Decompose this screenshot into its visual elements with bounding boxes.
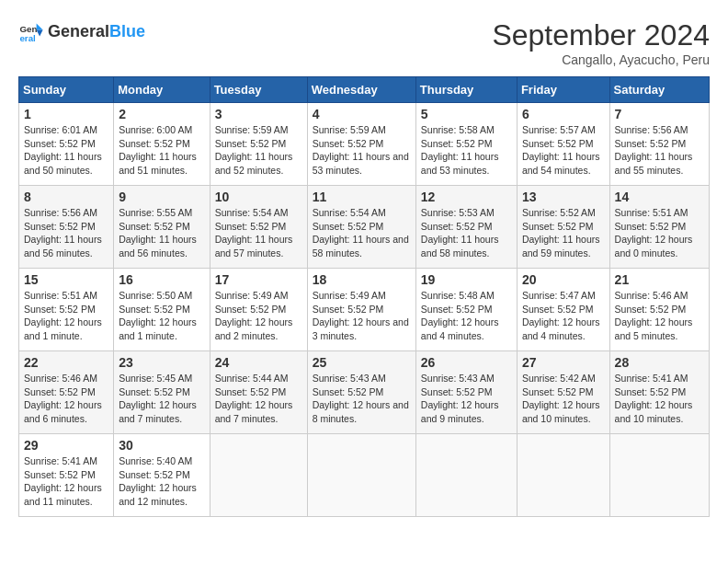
calendar-cell: 6Sunrise: 5:57 AMSunset: 5:52 PMDaylight… <box>517 103 609 186</box>
day-number: 14 <box>615 190 704 204</box>
day-number: 5 <box>421 107 512 121</box>
calendar-cell <box>517 434 609 517</box>
svg-marker-3 <box>37 30 43 37</box>
day-info: Sunrise: 5:41 AMSunset: 5:52 PMDaylight:… <box>24 454 108 509</box>
day-number: 11 <box>313 190 411 204</box>
weekday-header-friday: Friday <box>517 77 609 103</box>
day-info: Sunrise: 5:57 AMSunset: 5:52 PMDaylight:… <box>522 123 605 178</box>
calendar-cell <box>307 434 415 517</box>
calendar-cell: 14Sunrise: 5:51 AMSunset: 5:52 PMDayligh… <box>609 186 709 269</box>
weekday-header-wednesday: Wednesday <box>307 77 415 103</box>
svg-text:eral: eral <box>19 33 36 43</box>
weekday-header-row: SundayMondayTuesdayWednesdayThursdayFrid… <box>19 77 710 103</box>
calendar-cell: 30Sunrise: 5:40 AMSunset: 5:52 PMDayligh… <box>114 434 210 517</box>
day-number: 29 <box>24 438 108 453</box>
logo-icon: Gen eral <box>18 18 44 44</box>
title-block: September 2024 Cangallo, Ayacucho, Peru <box>492 18 710 67</box>
day-number: 24 <box>215 355 302 370</box>
calendar-cell: 4Sunrise: 5:59 AMSunset: 5:52 PMDaylight… <box>307 103 415 186</box>
day-number: 21 <box>615 272 704 287</box>
calendar-cell: 21Sunrise: 5:46 AMSunset: 5:52 PMDayligh… <box>609 269 709 351</box>
calendar-cell: 8Sunrise: 5:56 AMSunset: 5:52 PMDaylight… <box>19 186 114 269</box>
day-number: 10 <box>215 190 302 204</box>
calendar-cell: 3Sunrise: 5:59 AMSunset: 5:52 PMDaylight… <box>210 103 307 186</box>
day-info: Sunrise: 6:00 AMSunset: 5:52 PMDaylight:… <box>119 123 204 178</box>
calendar-cell: 17Sunrise: 5:49 AMSunset: 5:52 PMDayligh… <box>210 269 307 351</box>
day-info: Sunrise: 5:43 AMSunset: 5:52 PMDaylight:… <box>313 372 411 426</box>
day-info: Sunrise: 5:51 AMSunset: 5:52 PMDaylight:… <box>24 289 108 343</box>
day-info: Sunrise: 5:50 AMSunset: 5:52 PMDaylight:… <box>119 289 204 343</box>
day-number: 6 <box>522 107 605 121</box>
day-info: Sunrise: 5:41 AMSunset: 5:52 PMDaylight:… <box>615 372 704 426</box>
day-info: Sunrise: 5:58 AMSunset: 5:52 PMDaylight:… <box>421 123 512 178</box>
day-number: 3 <box>215 107 302 121</box>
calendar-cell <box>210 434 307 517</box>
day-info: Sunrise: 5:52 AMSunset: 5:52 PMDaylight:… <box>522 206 605 260</box>
calendar-cell: 22Sunrise: 5:46 AMSunset: 5:52 PMDayligh… <box>19 351 114 434</box>
day-info: Sunrise: 5:45 AMSunset: 5:52 PMDaylight:… <box>119 372 204 426</box>
calendar-cell: 1Sunrise: 6:01 AMSunset: 5:52 PMDaylight… <box>19 103 114 186</box>
calendar-week-5: 29Sunrise: 5:41 AMSunset: 5:52 PMDayligh… <box>19 434 710 517</box>
day-number: 1 <box>24 107 108 121</box>
day-number: 26 <box>421 355 512 370</box>
calendar-cell: 12Sunrise: 5:53 AMSunset: 5:52 PMDayligh… <box>415 186 517 269</box>
day-info: Sunrise: 5:55 AMSunset: 5:52 PMDaylight:… <box>119 206 204 260</box>
day-info: Sunrise: 5:43 AMSunset: 5:52 PMDaylight:… <box>421 372 512 426</box>
day-number: 17 <box>215 272 302 287</box>
calendar-week-2: 8Sunrise: 5:56 AMSunset: 5:52 PMDaylight… <box>19 186 710 269</box>
calendar-cell <box>415 434 517 517</box>
day-info: Sunrise: 5:40 AMSunset: 5:52 PMDaylight:… <box>119 454 204 509</box>
day-info: Sunrise: 5:56 AMSunset: 5:52 PMDaylight:… <box>24 206 108 260</box>
day-number: 28 <box>615 355 704 370</box>
calendar-cell: 15Sunrise: 5:51 AMSunset: 5:52 PMDayligh… <box>19 269 114 351</box>
calendar-cell: 27Sunrise: 5:42 AMSunset: 5:52 PMDayligh… <box>517 351 609 434</box>
location-subtitle: Cangallo, Ayacucho, Peru <box>492 52 710 67</box>
day-info: Sunrise: 5:49 AMSunset: 5:52 PMDaylight:… <box>215 289 302 343</box>
calendar-cell: 13Sunrise: 5:52 AMSunset: 5:52 PMDayligh… <box>517 186 609 269</box>
calendar-table: SundayMondayTuesdayWednesdayThursdayFrid… <box>18 76 710 517</box>
day-info: Sunrise: 5:47 AMSunset: 5:52 PMDaylight:… <box>522 289 605 343</box>
logo-general: General <box>48 22 109 41</box>
day-info: Sunrise: 5:59 AMSunset: 5:52 PMDaylight:… <box>313 123 411 178</box>
day-info: Sunrise: 5:49 AMSunset: 5:52 PMDaylight:… <box>313 289 411 343</box>
weekday-header-thursday: Thursday <box>415 77 517 103</box>
day-info: Sunrise: 5:46 AMSunset: 5:52 PMDaylight:… <box>24 372 108 426</box>
day-number: 4 <box>313 107 411 121</box>
day-number: 7 <box>615 107 704 121</box>
calendar-cell: 10Sunrise: 5:54 AMSunset: 5:52 PMDayligh… <box>210 186 307 269</box>
calendar-cell: 11Sunrise: 5:54 AMSunset: 5:52 PMDayligh… <box>307 186 415 269</box>
calendar-cell <box>609 434 709 517</box>
calendar-cell: 29Sunrise: 5:41 AMSunset: 5:52 PMDayligh… <box>19 434 114 517</box>
day-info: Sunrise: 5:53 AMSunset: 5:52 PMDaylight:… <box>421 206 512 260</box>
day-number: 13 <box>522 190 605 204</box>
calendar-cell: 16Sunrise: 5:50 AMSunset: 5:52 PMDayligh… <box>114 269 210 351</box>
calendar-cell: 19Sunrise: 5:48 AMSunset: 5:52 PMDayligh… <box>415 269 517 351</box>
svg-marker-2 <box>37 24 43 30</box>
day-info: Sunrise: 5:54 AMSunset: 5:52 PMDaylight:… <box>313 206 411 260</box>
day-number: 9 <box>119 190 204 204</box>
day-info: Sunrise: 5:56 AMSunset: 5:52 PMDaylight:… <box>615 123 704 178</box>
page-header: Gen eral General Blue September 2024 Can… <box>18 18 710 67</box>
day-info: Sunrise: 5:48 AMSunset: 5:52 PMDaylight:… <box>421 289 512 343</box>
day-number: 19 <box>421 272 512 287</box>
day-number: 25 <box>313 355 411 370</box>
day-number: 18 <box>313 272 411 287</box>
day-info: Sunrise: 6:01 AMSunset: 5:52 PMDaylight:… <box>24 123 108 178</box>
day-number: 2 <box>119 107 204 121</box>
day-number: 23 <box>119 355 204 370</box>
day-info: Sunrise: 5:42 AMSunset: 5:52 PMDaylight:… <box>522 372 605 426</box>
weekday-header-saturday: Saturday <box>609 77 709 103</box>
calendar-cell: 5Sunrise: 5:58 AMSunset: 5:52 PMDaylight… <box>415 103 517 186</box>
logo: Gen eral General Blue <box>18 18 145 44</box>
day-info: Sunrise: 5:46 AMSunset: 5:52 PMDaylight:… <box>615 289 704 343</box>
calendar-cell: 23Sunrise: 5:45 AMSunset: 5:52 PMDayligh… <box>114 351 210 434</box>
day-number: 16 <box>119 272 204 287</box>
day-number: 30 <box>119 438 204 453</box>
calendar-week-1: 1Sunrise: 6:01 AMSunset: 5:52 PMDaylight… <box>19 103 710 186</box>
calendar-week-4: 22Sunrise: 5:46 AMSunset: 5:52 PMDayligh… <box>19 351 710 434</box>
calendar-cell: 28Sunrise: 5:41 AMSunset: 5:52 PMDayligh… <box>609 351 709 434</box>
day-number: 12 <box>421 190 512 204</box>
calendar-cell: 25Sunrise: 5:43 AMSunset: 5:52 PMDayligh… <box>307 351 415 434</box>
calendar-cell: 20Sunrise: 5:47 AMSunset: 5:52 PMDayligh… <box>517 269 609 351</box>
calendar-cell: 18Sunrise: 5:49 AMSunset: 5:52 PMDayligh… <box>307 269 415 351</box>
